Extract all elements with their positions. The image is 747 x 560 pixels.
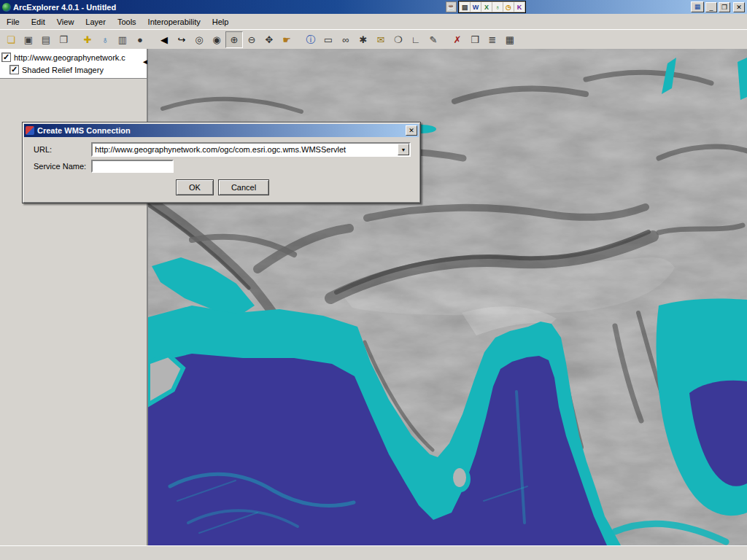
dialog-close-button[interactable]: ✕	[406, 125, 417, 136]
toolbar-icon: ✚	[84, 35, 92, 44]
minimize-button[interactable]: _	[705, 2, 717, 12]
menu-item[interactable]: Layer	[80, 15, 112, 28]
copy-map-button[interactable]: ❐	[55, 31, 72, 48]
layer-list: ✓ http://www.geographynetwork.c ✓ Shaded…	[0, 49, 147, 79]
url-value: http://www.geographynetwork.com/ogc/com.…	[93, 145, 398, 154]
app-window: ArcExplorer 4.0.1 - Untitled ☕ ▤WX♁◷K ▦ …	[0, 0, 747, 49]
toolbar-icon: ◀	[160, 35, 168, 44]
buffer-button[interactable]: ❍	[390, 31, 407, 48]
titlebar: ArcExplorer 4.0.1 - Untitled ☕ ▤WX♁◷K ▦ …	[0, 0, 747, 14]
magnifier-window-button[interactable]: ❒	[466, 31, 484, 48]
toolbar-icon: ≣	[489, 35, 497, 44]
zoom-full-extent-button[interactable]: ◎	[190, 31, 208, 48]
arcexplorer-app-icon	[2, 3, 11, 12]
toolbar-icon: ▣	[24, 35, 33, 44]
toolbar-icon: ∟	[411, 35, 421, 44]
toolbar-icon: ❍	[394, 35, 403, 44]
url-combobox[interactable]: http://www.geographynetwork.com/ogc/com.…	[91, 142, 411, 157]
dropdown-arrow-icon[interactable]: ▼	[398, 144, 409, 155]
menu-item[interactable]: Interoperability	[142, 15, 206, 28]
measure-tool[interactable]: ∟	[407, 31, 425, 48]
layer-label: Shaded Relief Imagery	[22, 66, 104, 74]
identify-tool[interactable]: ⓘ	[302, 31, 320, 48]
tray-word-icon[interactable]: W	[471, 2, 481, 12]
java-tray-icon[interactable]: ☕	[446, 1, 457, 12]
dialog-title: Create WMS Connection	[37, 126, 403, 135]
toolbar-icon: ◎	[195, 35, 203, 44]
toolbar-group-file: ❏▣▤❐	[2, 31, 72, 48]
office-shortcut-bar: ▤WX♁◷K	[458, 1, 526, 13]
office-shortcut-button[interactable]: ▦	[691, 1, 704, 12]
menubar: FileEditViewLayerToolsInteroperabilityHe…	[0, 14, 747, 29]
toolbar-icon: ∞	[342, 35, 349, 44]
menu-item[interactable]: Help	[206, 15, 235, 28]
geography-network-button[interactable]: ♁	[96, 31, 114, 48]
toolbar-icon: ⓘ	[306, 35, 316, 44]
draw-toggle-button[interactable]: ●	[131, 31, 149, 48]
pan-tool[interactable]: ✥	[260, 31, 278, 48]
legend-editor-button[interactable]: ≣	[484, 31, 501, 48]
ok-button[interactable]: OK	[176, 179, 214, 195]
wms-connection-dialog: Create WMS Connection ✕ URL: http://www.…	[22, 122, 421, 203]
cancel-button[interactable]: Cancel	[218, 179, 269, 195]
toolbar-icon: ▦	[506, 35, 514, 44]
query-builder-button[interactable]: ✱	[355, 31, 372, 48]
restore-button[interactable]: ❐	[719, 2, 730, 12]
layer-item-wms-service[interactable]: ✓ http://www.geographynetwork.c	[1, 51, 145, 63]
service-name-label: Service Name:	[34, 162, 86, 171]
toolbar-icon: ✗	[454, 35, 462, 44]
menu-item[interactable]: File	[1, 15, 26, 28]
close-button[interactable]: ✕	[733, 2, 745, 12]
toolbar-icon: ✉	[377, 35, 385, 44]
service-name-input[interactable]	[91, 160, 174, 173]
tray-frontpage-icon[interactable]: ♁	[492, 2, 503, 12]
dialog-titlebar[interactable]: Create WMS Connection ✕	[24, 124, 419, 137]
toolbar-group-misc: ✗❒≣▦	[449, 31, 519, 48]
find-button[interactable]: ∞	[337, 31, 355, 48]
save-project-button[interactable]: ▣	[20, 31, 37, 48]
open-project-button[interactable]: ❏	[2, 31, 20, 48]
toolbar-icon: ♁	[101, 35, 109, 44]
toolbar-group-query: ⓘ▭∞✱✉❍∟✎	[302, 31, 442, 48]
titlebar-right: ☕ ▤WX♁◷K ▦ _ ❐ ✕	[446, 1, 745, 13]
toolbar-icon: ⊖	[248, 35, 256, 44]
toolbar-icon: ✱	[360, 35, 368, 44]
wms-dialog-icon	[26, 126, 34, 135]
zoom-active-layer-button[interactable]: ◉	[208, 31, 225, 48]
layer-checkbox[interactable]: ✓	[9, 65, 19, 74]
toolbar-group-layers: ✚♁▥●	[79, 31, 149, 48]
hotlink-tool[interactable]: ☛	[278, 31, 295, 48]
tray-access-icon[interactable]: K	[514, 2, 525, 12]
toolbar-icon: ❏	[7, 35, 15, 44]
menu-item[interactable]: Tools	[112, 15, 142, 28]
select-graphics-tool[interactable]: ✎	[425, 31, 442, 48]
toolbar-icon: ▥	[118, 35, 127, 44]
zoom-out-tool[interactable]: ⊖	[243, 31, 260, 48]
toolbar-icon: ▭	[324, 35, 333, 44]
toolbar-icon: ▤	[42, 35, 50, 44]
toolbar-icon: ❒	[471, 35, 479, 44]
zoom-in-tool[interactable]: ⊕	[225, 31, 243, 48]
clear-selection-button[interactable]: ✗	[449, 31, 466, 48]
toolbar-icon: ⊕	[231, 35, 239, 44]
select-features-tool[interactable]: ▭	[320, 31, 337, 48]
export-map-button[interactable]: ▥	[114, 31, 131, 48]
collapse-panel-arrow-icon[interactable]: ◄	[142, 58, 149, 66]
toolbar-icon: ◉	[212, 35, 220, 44]
tray-schedule-icon[interactable]: ◷	[503, 2, 514, 12]
tray-excel-icon[interactable]: X	[481, 2, 492, 12]
redo-extent-button[interactable]: ↪	[173, 31, 190, 48]
geocode-button[interactable]: ✉	[372, 31, 390, 48]
toolbar-icon: ❐	[59, 35, 68, 44]
layer-checkbox[interactable]: ✓	[1, 52, 11, 62]
layer-item-shaded-relief[interactable]: ✓ Shaded Relief Imagery	[9, 63, 145, 76]
toolbar-icon: ✎	[430, 35, 438, 44]
menu-item[interactable]: Edit	[26, 15, 51, 28]
tray-document-icon[interactable]: ▤	[460, 2, 470, 12]
print-button[interactable]: ▤	[37, 31, 55, 48]
attribute-table-button[interactable]: ▦	[501, 31, 519, 48]
previous-extent-button[interactable]: ◀	[155, 31, 173, 48]
toolbar: ❏▣▤❐ ✚♁▥● ◀↪◎◉⊕⊖✥☛ ⓘ▭∞✱✉❍∟✎ ✗❒≣▦	[0, 29, 747, 49]
add-layers-button[interactable]: ✚	[79, 31, 96, 48]
menu-item[interactable]: View	[51, 15, 80, 28]
